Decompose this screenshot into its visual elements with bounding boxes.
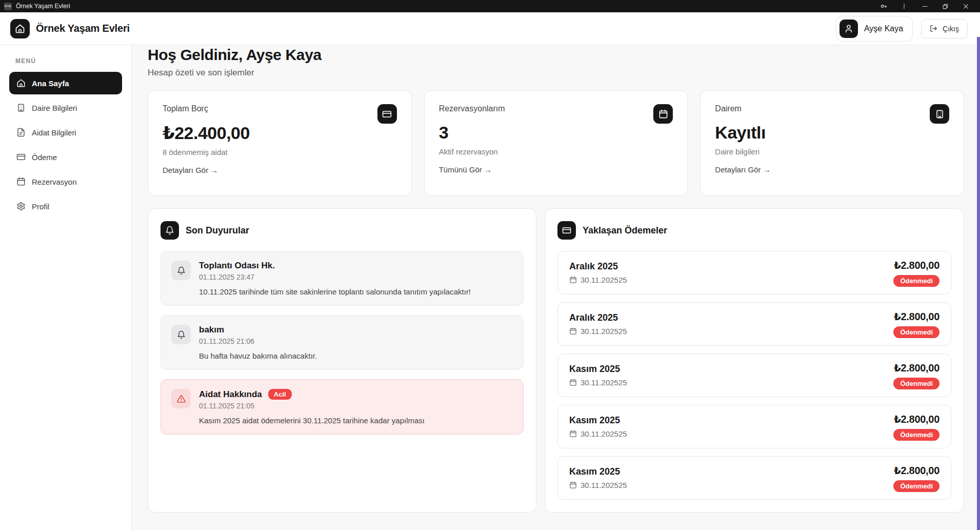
bell-icon (161, 221, 179, 240)
announcement-item: Toplantı Odası Hk. 01.11.2025 23:47 10.1… (161, 251, 524, 306)
gear-icon (16, 202, 26, 211)
credit-card-icon (377, 104, 397, 124)
sidebar-item-aidat-bilgileri[interactable]: Aidat Bilgileri (9, 121, 122, 144)
app-header: Örnek Yaşam Evleri Ayşe Kaya Çıkış (0, 12, 980, 45)
sidebar-item-label: Ana Sayfa (32, 79, 69, 88)
header-actions: Ayşe Kaya Çıkış (836, 16, 968, 42)
payment-month: Aralık 2025 (569, 312, 627, 323)
status-badge: Ödenmedi (893, 326, 939, 338)
payment-month: Kasım 2025 (569, 415, 627, 426)
sidebar-item-label: Profil (32, 202, 49, 211)
document-icon (16, 128, 26, 137)
calendar-icon (569, 276, 577, 284)
card-value: 3 (439, 123, 673, 143)
status-badge: Ödenmedi (893, 378, 939, 389)
sidebar-item-label: Ödeme (32, 153, 57, 162)
panel-row: Son Duyurular Toplantı Odası Hk. 01.11.2… (148, 208, 964, 513)
reservations-card: Rezervasyonlarım 3 Aktif rezervasyon Tüm… (424, 90, 688, 196)
payment-row: Aralık 2025 30.11.202525 ₺2.800,00 Ödenm… (557, 251, 951, 295)
building-icon (930, 104, 949, 124)
payment-month: Kasım 2025 (569, 364, 627, 375)
announcement-title: bakım (199, 325, 224, 335)
payment-amount: ₺2.800,00 (894, 464, 939, 477)
see-all-link[interactable]: Tümünü Gör → (439, 165, 492, 174)
payments-header: Yaklaşan Ödemeler (557, 221, 951, 240)
announcement-datetime: 01.11.2025 21:06 (199, 337, 317, 345)
announcement-datetime: 01.11.2025 21:05 (199, 402, 425, 410)
sidebar-item-profil[interactable]: Profil (9, 195, 122, 218)
my-apartment-card: Dairem Kayıtlı Daire bilgileri Detayları… (700, 90, 964, 196)
see-details-link[interactable]: Detayları Gör → (715, 165, 770, 174)
page-subtitle: Hesap özeti ve son işlemler (148, 68, 964, 78)
announcement-item: bakım 01.11.2025 21:06 Bu hafta havuz ba… (161, 315, 524, 370)
card-subtext: 8 ödenmemiş aidat (163, 148, 397, 156)
warning-triangle-icon (171, 389, 191, 408)
home-icon (16, 78, 26, 88)
total-debt-card: Toplam Borç ₺22.400,00 8 ödenmemiş aidat… (148, 90, 412, 196)
user-chip[interactable]: Ayşe Kaya (836, 16, 913, 42)
page-scrollbar[interactable] (977, 37, 980, 530)
sidebar: MENÜ Ana Sayfa Daire Bilgileri Aidat Bil… (0, 45, 132, 530)
minimize-button[interactable] (914, 0, 935, 12)
calendar-icon (569, 379, 577, 386)
payment-amount: ₺2.800,00 (894, 413, 939, 425)
card-value: ₺22.400,00 (163, 123, 397, 143)
menu-section-label: MENÜ (15, 57, 122, 65)
logout-label: Çıkış (943, 25, 959, 33)
panel-title: Son Duyurular (186, 225, 249, 236)
calendar-icon (16, 177, 26, 186)
calendar-icon (569, 327, 577, 335)
window-title: Örnek Yaşam Evleri (16, 3, 70, 10)
logout-button[interactable]: Çıkış (921, 19, 968, 38)
announcement-item-urgent: Aidat Hakkında Acil 01.11.2025 21:05 Kas… (161, 379, 524, 435)
payment-row: Kasım 2025 30.11.202525 ₺2.800,00 Ödenme… (557, 354, 951, 397)
announcement-body: Bu hafta havuz bakıma alınacaktır. (199, 351, 317, 360)
announcement-datetime: 01.11.2025 23:47 (199, 273, 471, 281)
payment-month: Kasım 2025 (569, 466, 627, 477)
payment-amount: ₺2.800,00 (894, 362, 939, 374)
payment-due-date: 30.11.202525 (581, 429, 627, 438)
sidebar-item-label: Rezervasyon (32, 178, 77, 186)
calendar-icon (569, 481, 577, 489)
restore-window-button[interactable] (935, 0, 955, 12)
announcement-title: Aidat Hakkında (199, 389, 262, 400)
announcements-header: Son Duyurular (161, 221, 524, 240)
window-titlebar: ÖYE Örnek Yaşam Evleri (0, 0, 980, 12)
payment-month: Aralık 2025 (569, 261, 627, 272)
sidebar-item-odeme[interactable]: Ödeme (9, 146, 122, 168)
status-badge: Ödenmedi (893, 480, 939, 492)
sidebar-item-rezervasyon[interactable]: Rezervasyon (9, 170, 122, 193)
payment-row: Aralık 2025 30.11.202525 ₺2.800,00 Ödenm… (557, 302, 951, 346)
kebab-menu-icon[interactable] (894, 0, 914, 12)
see-details-link[interactable]: Detayları Gör → (163, 166, 218, 174)
card-label: Rezervasyonlarım (439, 104, 673, 113)
upcoming-payments-panel: Yaklaşan Ödemeler Aralık 2025 30.11.2025… (545, 208, 964, 513)
announcement-body: 10.11.2025 tarihinde tüm site sakinlerin… (199, 287, 471, 296)
app-name: Örnek Yaşam Evleri (36, 23, 130, 34)
card-value: Kayıtlı (715, 123, 949, 143)
payment-amount: ₺2.800,00 (894, 259, 939, 271)
close-button[interactable] (955, 0, 976, 12)
payment-due-date: 30.11.202525 (581, 327, 627, 336)
calendar-icon (653, 104, 673, 124)
urgent-badge: Acil (268, 389, 292, 400)
brand: Örnek Yaşam Evleri (10, 19, 130, 38)
announcement-body: Kasım 2025 aidat ödemelerini 30.11.2025 … (199, 416, 425, 425)
credit-card-icon (16, 152, 26, 162)
user-name: Ayşe Kaya (864, 24, 903, 33)
payment-row: Kasım 2025 30.11.202525 ₺2.800,00 Ödenme… (557, 405, 951, 448)
card-subtext: Aktif rezervasyon (439, 147, 673, 156)
bell-icon (171, 261, 191, 280)
sidebar-item-daire-bilgileri[interactable]: Daire Bilgileri (9, 96, 122, 119)
card-label: Dairem (715, 104, 949, 113)
payment-due-date: 30.11.202525 (581, 276, 627, 284)
key-icon[interactable] (873, 0, 894, 12)
payment-due-date: 30.11.202525 (581, 378, 627, 387)
calendar-icon (569, 430, 577, 438)
payment-due-date: 30.11.202525 (581, 481, 627, 489)
main-content: Hoş Geldiniz, Ayşe Kaya Hesap özeti ve s… (132, 45, 980, 530)
page-title: Hoş Geldiniz, Ayşe Kaya (148, 46, 964, 64)
card-label: Toplam Borç (163, 104, 397, 113)
sidebar-item-ana-sayfa[interactable]: Ana Sayfa (9, 72, 122, 94)
logout-icon (930, 25, 937, 32)
